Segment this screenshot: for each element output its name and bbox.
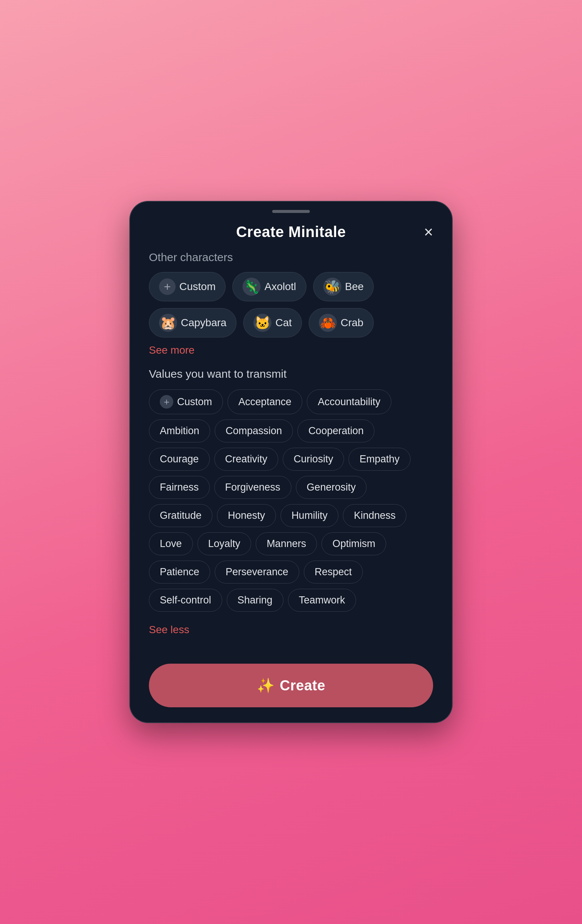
character-chip-capybara-label: Capybara <box>181 317 226 329</box>
value-chip-kindness[interactable]: Kindness <box>343 504 406 527</box>
value-chip-cooperation-label: Cooperation <box>308 425 363 437</box>
value-chip-teamwork[interactable]: Teamwork <box>288 589 356 612</box>
value-chip-generosity[interactable]: Generosity <box>296 476 367 499</box>
characters-chips-row: + Custom 🦎 Axolotl 🐝 Bee <box>149 272 433 301</box>
value-chip-loyalty-label: Loyalty <box>208 538 241 549</box>
create-button[interactable]: ✨ Create <box>149 664 433 707</box>
value-chip-love-label: Love <box>160 538 182 549</box>
character-chip-custom-label: Custom <box>179 280 215 293</box>
value-chip-patience[interactable]: Patience <box>149 561 210 584</box>
value-chip-teamwork-label: Teamwork <box>299 594 345 606</box>
create-icon: ✨ <box>257 677 275 694</box>
character-chip-cat-label: Cat <box>275 317 292 329</box>
modal-drag-handle <box>272 210 310 213</box>
character-chip-crab-label: Crab <box>340 317 363 329</box>
value-chip-love[interactable]: Love <box>149 532 193 555</box>
values-section-title: Values you want to transmit <box>149 368 433 380</box>
value-chip-loyalty[interactable]: Loyalty <box>197 532 252 555</box>
modal-title: Create Minitale <box>236 223 346 241</box>
value-chip-empathy-label: Empathy <box>359 453 400 465</box>
value-chip-honesty-label: Honesty <box>228 510 265 521</box>
value-chip-custom-label: Custom <box>177 396 212 408</box>
value-chip-cooperation[interactable]: Cooperation <box>298 419 375 442</box>
character-chip-custom[interactable]: + Custom <box>149 272 225 301</box>
character-chip-crab[interactable]: 🦀 Crab <box>309 308 374 337</box>
value-chip-perseverance-label: Perseverance <box>225 566 288 578</box>
value-chip-ambition[interactable]: Ambition <box>149 419 210 442</box>
characters-section-title: Other characters <box>149 251 433 264</box>
cat-icon: 🐱 <box>253 314 271 332</box>
value-chip-creativity[interactable]: Creativity <box>214 448 279 471</box>
create-minitale-modal: Create Minitale × Other characters + Cus… <box>129 201 453 723</box>
value-chip-acceptance-label: Acceptance <box>238 396 291 408</box>
value-chip-accountability-label: Accountability <box>318 396 380 408</box>
value-chip-curiosity-label: Curiosity <box>294 453 333 465</box>
modal-body: Other characters + Custom 🦎 Axolotl 🐝 Be… <box>130 247 452 655</box>
character-chip-capybara[interactable]: 🐹 Capybara <box>149 308 237 337</box>
value-chip-sharing-label: Sharing <box>238 594 273 606</box>
value-chip-optimism[interactable]: Optimism <box>321 532 386 555</box>
character-chip-bee[interactable]: 🐝 Bee <box>313 272 374 301</box>
create-button-label: Create <box>280 678 325 694</box>
value-chip-fairness-label: Fairness <box>160 482 199 493</box>
see-less-values-button[interactable]: See less <box>149 624 189 636</box>
value-chip-manners[interactable]: Manners <box>256 532 317 555</box>
value-chip-sharing[interactable]: Sharing <box>227 589 283 612</box>
character-chip-cat[interactable]: 🐱 Cat <box>243 308 302 337</box>
bee-icon: 🐝 <box>323 278 341 296</box>
value-chip-courage[interactable]: Courage <box>149 448 210 471</box>
crab-icon: 🦀 <box>319 314 337 332</box>
value-chip-honesty[interactable]: Honesty <box>217 504 276 527</box>
character-chip-bee-label: Bee <box>345 280 364 293</box>
value-chip-humility[interactable]: Humility <box>281 504 339 527</box>
value-chip-respect[interactable]: Respect <box>304 561 363 584</box>
value-chip-accountability[interactable]: Accountability <box>307 389 391 414</box>
value-chip-self-control-label: Self-control <box>160 594 211 606</box>
close-button[interactable]: × <box>424 224 433 240</box>
value-chip-forgiveness-label: Forgiveness <box>225 482 281 493</box>
value-chip-fairness[interactable]: Fairness <box>149 476 210 499</box>
value-chip-self-control[interactable]: Self-control <box>149 589 222 612</box>
value-chip-custom[interactable]: + Custom <box>149 389 223 414</box>
value-chip-acceptance[interactable]: Acceptance <box>227 389 302 414</box>
value-chip-optimism-label: Optimism <box>332 538 375 549</box>
value-chip-compassion[interactable]: Compassion <box>215 419 293 442</box>
value-chip-courage-label: Courage <box>160 453 199 465</box>
modal-footer: ✨ Create <box>130 655 452 722</box>
plus-icon: + <box>159 279 176 295</box>
value-chip-curiosity[interactable]: Curiosity <box>283 448 344 471</box>
plus-icon: + <box>160 395 173 409</box>
value-chip-creativity-label: Creativity <box>225 453 268 465</box>
modal-header: Create Minitale × <box>130 217 452 247</box>
axolotl-icon: 🦎 <box>242 278 261 296</box>
characters-chips-row-2: 🐹 Capybara 🐱 Cat 🦀 Crab <box>149 308 433 337</box>
value-chip-compassion-label: Compassion <box>225 425 282 437</box>
value-chip-kindness-label: Kindness <box>354 510 396 521</box>
value-chip-gratitude[interactable]: Gratitude <box>149 504 212 527</box>
value-chip-humility-label: Humility <box>291 510 327 521</box>
value-chip-ambition-label: Ambition <box>160 425 199 437</box>
capybara-icon: 🐹 <box>159 314 177 332</box>
value-chip-respect-label: Respect <box>315 566 352 578</box>
see-more-characters-button[interactable]: See more <box>149 344 194 356</box>
value-chip-perseverance[interactable]: Perseverance <box>215 561 299 584</box>
value-chip-generosity-label: Generosity <box>307 482 356 493</box>
value-chip-gratitude-label: Gratitude <box>160 510 202 521</box>
value-chip-manners-label: Manners <box>266 538 306 549</box>
value-chip-forgiveness[interactable]: Forgiveness <box>214 476 291 499</box>
character-chip-axolotl[interactable]: 🦎 Axolotl <box>232 272 306 301</box>
values-chips-container: + Custom Acceptance Accountability Ambit… <box>149 389 433 617</box>
value-chip-empathy[interactable]: Empathy <box>349 448 411 471</box>
character-chip-axolotl-label: Axolotl <box>264 280 296 293</box>
value-chip-patience-label: Patience <box>160 566 199 578</box>
